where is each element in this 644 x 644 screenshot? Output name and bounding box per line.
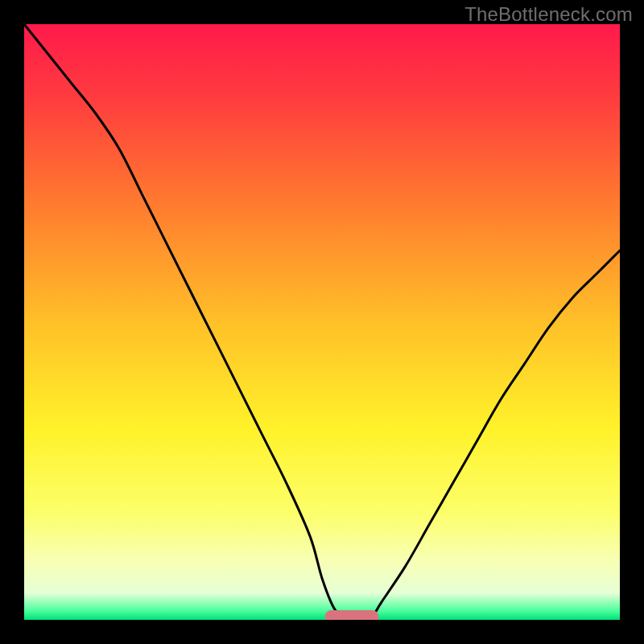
bottleneck-chart [24, 24, 620, 620]
watermark-label: TheBottleneck.com [464, 3, 633, 26]
chart-frame: TheBottleneck.com [0, 0, 644, 644]
optimal-zone-pill [325, 610, 379, 620]
plot-area [24, 24, 620, 620]
